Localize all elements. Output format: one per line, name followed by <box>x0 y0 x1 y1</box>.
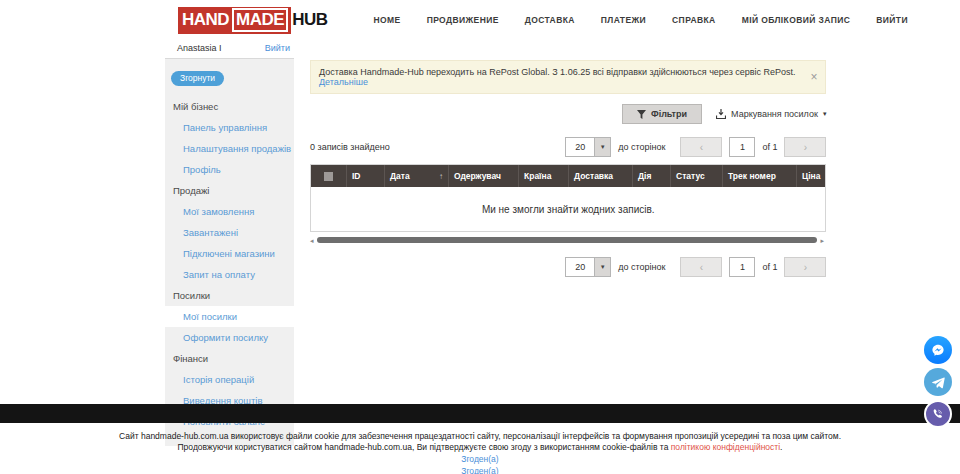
prev-page-button-bottom[interactable]: ‹ <box>680 257 722 277</box>
column-date-label: Дата <box>390 171 410 181</box>
scrollbar-track[interactable] <box>317 237 819 243</box>
cookie-line2-suffix: . <box>780 442 782 452</box>
sidebar-item-profile[interactable]: Профіль <box>165 159 294 180</box>
page-size-caret-icon-bottom[interactable]: ▼ <box>594 258 610 276</box>
parcels-table: ID Дата↑ Одержувач Країна Доставка Дія С… <box>310 164 826 232</box>
prev-page-button[interactable]: ‹ <box>680 137 722 157</box>
cookie-line2-prefix: Продовжуючи користуватися сайтом handmad… <box>178 442 671 452</box>
sidebar-section-finance: Фінанси <box>165 348 294 369</box>
sidebar-item-create-parcel[interactable]: Оформити посилку <box>165 327 294 348</box>
chevron-down-icon: ▾ <box>823 110 827 118</box>
pagination-bottom: 20 ▼ до сторінок ‹ of 1 › <box>310 256 826 278</box>
column-country[interactable]: Країна <box>519 165 569 187</box>
sidebar-section-parcels: Посилки <box>165 285 294 306</box>
user-row: Anastasia I Вийти <box>165 40 294 59</box>
footer: Сайт handmade-hub.com.ua використовує фа… <box>0 431 960 474</box>
logo-red-box: HANDMADE <box>178 7 291 34</box>
nav-home[interactable]: HOME <box>374 15 401 25</box>
sidebar-item-connected-stores[interactable]: Підключені магазини <box>165 243 294 264</box>
cookie-text-line1: Сайт handmade-hub.com.ua використовує фа… <box>0 431 960 442</box>
scrollbar-thumb[interactable] <box>317 237 817 243</box>
table-header-row: ID Дата↑ Одержувач Країна Доставка Дія С… <box>311 165 825 187</box>
page: HANDMADE HUB HOME ПРОДВИЖЕНИЕ ДОСТАВКА П… <box>0 0 960 474</box>
main-panel: Доставка Handmade-Hub переходить на RePo… <box>310 40 826 446</box>
sidebar-item-payment-request[interactable]: Запит на оплату <box>165 264 294 285</box>
nav-delivery[interactable]: ДОСТАВКА <box>525 15 575 25</box>
filters-button-label: Фільтри <box>651 109 687 119</box>
sidebar: Anastasia I Вийти Згорнути Мій бізнес Па… <box>165 40 294 446</box>
nav-promotion[interactable]: ПРОДВИЖЕНИЕ <box>427 15 499 25</box>
footer-black-band <box>0 404 960 423</box>
next-page-button[interactable]: › <box>784 137 826 157</box>
page-size-caret-icon[interactable]: ▼ <box>594 138 610 156</box>
pagination-controls-bottom: 20 ▼ до сторінок ‹ of 1 › <box>565 257 826 277</box>
column-track-number[interactable]: Трек номер <box>723 165 797 187</box>
agree-link-2[interactable]: Згоден(а) <box>0 466 960 474</box>
messenger-icon[interactable] <box>924 336 952 364</box>
close-icon[interactable]: × <box>810 71 817 83</box>
table-empty-state: Ми не змогли знайти жодних записів. <box>311 187 825 231</box>
logo-made: MADE <box>232 8 288 32</box>
content-area: Anastasia I Вийти Згорнути Мій бізнес Па… <box>165 40 797 446</box>
banner-details-link[interactable]: Детальніше <box>319 77 368 87</box>
column-status[interactable]: Статус <box>671 165 723 187</box>
notification-banner: Доставка Handmade-Hub переходить на RePo… <box>310 60 826 94</box>
sidebar-section-my-business: Мій бізнес <box>165 96 294 117</box>
column-id[interactable]: ID <box>347 165 385 187</box>
column-price[interactable]: Ціна <box>797 165 825 187</box>
user-logout-link[interactable]: Вийти <box>265 43 290 53</box>
select-all-cell <box>311 165 347 187</box>
sidebar-item-sales-settings[interactable]: Налаштування продажів <box>165 138 294 159</box>
select-all-checkbox[interactable] <box>324 172 333 181</box>
funnel-icon <box>637 110 646 119</box>
nav-logout[interactable]: ВИЙТИ <box>876 15 908 25</box>
column-date[interactable]: Дата↑ <box>385 165 449 187</box>
sidebar-item-transaction-history[interactable]: Історія операцій <box>165 369 294 390</box>
collapse-button[interactable]: Згорнути <box>171 71 224 86</box>
filters-button[interactable]: Фільтри <box>622 104 702 124</box>
banner-text: Доставка Handmade-Hub переходить на RePo… <box>319 67 800 87</box>
nav-help[interactable]: СПРАВКА <box>672 15 716 25</box>
horizontal-scrollbar: ◂ ▸ <box>310 236 826 244</box>
cookie-text-line2: Продовжуючи користуватися сайтом handmad… <box>0 442 960 453</box>
site-logo[interactable]: HANDMADE HUB <box>178 7 328 34</box>
parcel-marking-label: Маркування посилок <box>731 109 818 119</box>
logo-hand: HAND <box>182 10 229 30</box>
pagination-top: 0 записів знайдено 20 ▼ до сторінок ‹ of… <box>310 136 826 158</box>
top-bar: HANDMADE HUB HOME ПРОДВИЖЕНИЕ ДОСТАВКА П… <box>0 0 960 40</box>
user-name: Anastasia I <box>177 43 222 53</box>
sidebar-item-my-parcels[interactable]: Мої посилки <box>165 306 294 327</box>
parcel-marking-button[interactable]: Маркування посилок ▾ <box>716 109 826 119</box>
page-size-select[interactable]: 20 ▼ <box>565 137 611 157</box>
page-size-select-bottom[interactable]: 20 ▼ <box>565 257 611 277</box>
viber-icon[interactable] <box>924 400 952 428</box>
privacy-policy-link[interactable]: політикою конфіденційності <box>671 442 780 452</box>
page-number-input[interactable] <box>729 137 755 157</box>
floating-contact-icons <box>924 336 952 428</box>
per-page-label-bottom: до сторінок <box>618 262 665 272</box>
telegram-icon[interactable] <box>924 368 952 396</box>
sidebar-item-uploaded[interactable]: Завантажені <box>165 222 294 243</box>
page-number-input-bottom[interactable] <box>729 257 755 277</box>
sidebar-panel: Згорнути Мій бізнес Панель управління На… <box>165 59 294 446</box>
sidebar-section-sales: Продажі <box>165 180 294 201</box>
top-navigation: HOME ПРОДВИЖЕНИЕ ДОСТАВКА ПЛАТЕЖИ СПРАВК… <box>374 15 908 25</box>
next-page-button-bottom[interactable]: › <box>784 257 826 277</box>
sidebar-item-dashboard[interactable]: Панель управління <box>165 117 294 138</box>
download-tray-icon <box>716 109 726 119</box>
nav-payments[interactable]: ПЛАТЕЖИ <box>601 15 646 25</box>
toolbar: Фільтри Маркування посилок ▾ <box>310 104 826 124</box>
scroll-right-icon[interactable]: ▸ <box>820 237 826 244</box>
page-of-label-bottom: of 1 <box>762 262 777 272</box>
records-count: 0 записів знайдено <box>310 142 565 152</box>
column-action[interactable]: Дія <box>633 165 671 187</box>
column-delivery[interactable]: Доставка <box>569 165 633 187</box>
sidebar-item-my-orders[interactable]: Мої замовлення <box>165 201 294 222</box>
empty-message: Ми не змогли знайти жодних записів. <box>482 204 655 215</box>
agree-link-1[interactable]: Згоден(а) <box>0 454 960 464</box>
nav-my-account[interactable]: МІЙ ОБЛІКОВИЙ ЗАПИС <box>742 15 851 25</box>
sort-asc-icon[interactable]: ↑ <box>439 172 443 181</box>
scroll-left-icon[interactable]: ◂ <box>310 237 316 244</box>
column-recipient[interactable]: Одержувач <box>449 165 519 187</box>
logo-hub: HUB <box>292 10 327 30</box>
